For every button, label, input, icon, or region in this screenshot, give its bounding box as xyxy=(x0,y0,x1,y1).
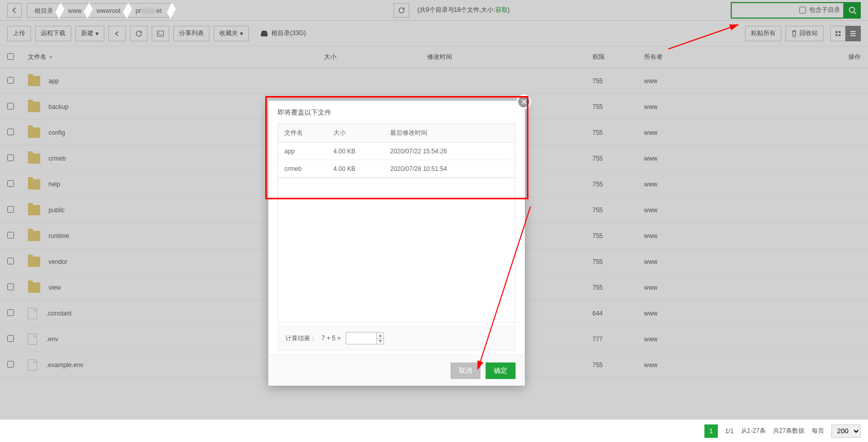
page-total: 1/1 xyxy=(725,428,734,435)
dialog-col-name: 文件名 xyxy=(284,129,333,137)
dialog-col-mtime: 最后修改时间 xyxy=(390,129,509,137)
captcha-spinner[interactable]: ▲▼ xyxy=(377,332,384,344)
cancel-button[interactable]: 取消 xyxy=(451,362,480,379)
page-range: 从1-27条 xyxy=(741,427,766,435)
current-page[interactable]: 1 xyxy=(704,424,718,438)
perpage-select[interactable]: 200 xyxy=(831,424,861,438)
overwrite-dialog: ✕ 即将覆盖以下文件 文件名 大小 最后修改时间 app4.00 KB2020/… xyxy=(268,101,525,386)
dialog-title: 即将覆盖以下文件 xyxy=(278,108,516,117)
dialog-row: app4.00 KB2020/07/22 15:54:26 xyxy=(278,143,515,160)
record-total: 共27条数据 xyxy=(773,427,805,435)
captcha-label: 计算结果： xyxy=(285,334,316,343)
captcha-expression: 7 + 5 = xyxy=(322,335,341,342)
captcha-input[interactable] xyxy=(346,332,377,344)
dialog-row: crmeb4.00 KB2020/07/28 10:51:54 xyxy=(278,160,515,178)
dialog-table: 文件名 大小 最后修改时间 app4.00 KB2020/07/22 15:54… xyxy=(278,123,516,178)
confirm-button[interactable]: 确定 xyxy=(486,362,516,379)
dialog-close-button[interactable]: ✕ xyxy=(517,94,531,109)
captcha-row: 计算结果： 7 + 5 = ▲▼ xyxy=(278,326,516,351)
pagination-footer: 1 1/1 从1-27条 共27条数据 每页 200 xyxy=(0,419,868,442)
perpage-label: 每页 xyxy=(812,427,824,435)
dialog-col-size: 大小 xyxy=(333,129,390,137)
